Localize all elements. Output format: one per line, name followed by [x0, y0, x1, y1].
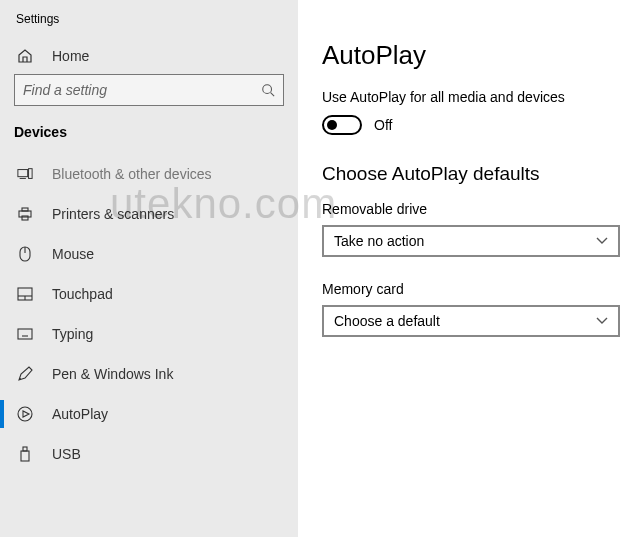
search-input[interactable] [14, 74, 284, 106]
svg-rect-13 [18, 329, 32, 339]
sidebar: Settings Home Devices Bluetooth & ot [0, 0, 298, 537]
svg-rect-6 [22, 208, 28, 211]
select-value: Choose a default [334, 313, 440, 329]
usb-icon [16, 446, 34, 462]
printer-icon [16, 207, 34, 221]
svg-rect-2 [18, 170, 28, 177]
keyboard-icon [16, 328, 34, 340]
home-button[interactable]: Home [0, 38, 298, 74]
devices-icon [16, 167, 34, 181]
svg-point-0 [263, 85, 272, 94]
sidebar-item-label: Touchpad [52, 286, 113, 302]
sidebar-item-label: Pen & Windows Ink [52, 366, 173, 382]
svg-rect-21 [23, 447, 27, 451]
svg-rect-22 [21, 451, 29, 461]
sidebar-item-autoplay[interactable]: AutoPlay [0, 394, 298, 434]
memorycard-label: Memory card [322, 281, 640, 297]
sidebar-item-label: AutoPlay [52, 406, 108, 422]
memory-card-select[interactable]: Choose a default [322, 305, 620, 337]
sidebar-item-usb[interactable]: USB [0, 434, 298, 474]
removable-drive-select[interactable]: Take no action [322, 225, 620, 257]
sidebar-item-mouse[interactable]: Mouse [0, 234, 298, 274]
page-title: AutoPlay [322, 40, 640, 71]
touchpad-icon [16, 287, 34, 301]
autoplay-icon [16, 406, 34, 422]
chevron-down-icon [596, 237, 608, 245]
window-title: Settings [0, 8, 298, 38]
mouse-icon [16, 246, 34, 262]
sidebar-item-label: Printers & scanners [52, 206, 174, 222]
pen-icon [16, 366, 34, 382]
svg-marker-20 [23, 411, 29, 417]
svg-line-1 [271, 93, 275, 97]
sidebar-item-bluetooth[interactable]: Bluetooth & other devices [0, 154, 298, 194]
home-label: Home [52, 48, 89, 64]
toggle-description: Use AutoPlay for all media and devices [322, 89, 640, 105]
sidebar-item-label: USB [52, 446, 81, 462]
sidebar-item-label: Typing [52, 326, 93, 342]
sidebar-item-touchpad[interactable]: Touchpad [0, 274, 298, 314]
content-area: AutoPlay Use AutoPlay for all media and … [298, 0, 640, 337]
sidebar-item-typing[interactable]: Typing [0, 314, 298, 354]
autoplay-toggle[interactable] [322, 115, 362, 135]
home-icon [16, 48, 34, 64]
search-icon [261, 83, 275, 97]
sidebar-item-label: Bluetooth & other devices [52, 166, 212, 182]
sidebar-item-pen[interactable]: Pen & Windows Ink [0, 354, 298, 394]
svg-point-18 [20, 379, 21, 380]
sidebar-item-printers[interactable]: Printers & scanners [0, 194, 298, 234]
sidebar-item-label: Mouse [52, 246, 94, 262]
defaults-heading: Choose AutoPlay defaults [322, 163, 640, 185]
chevron-down-icon [596, 317, 608, 325]
removable-label: Removable drive [322, 201, 640, 217]
svg-rect-4 [29, 169, 33, 179]
section-header: Devices [0, 120, 298, 154]
toggle-state-label: Off [374, 117, 392, 133]
search-field[interactable] [23, 82, 261, 98]
select-value: Take no action [334, 233, 424, 249]
